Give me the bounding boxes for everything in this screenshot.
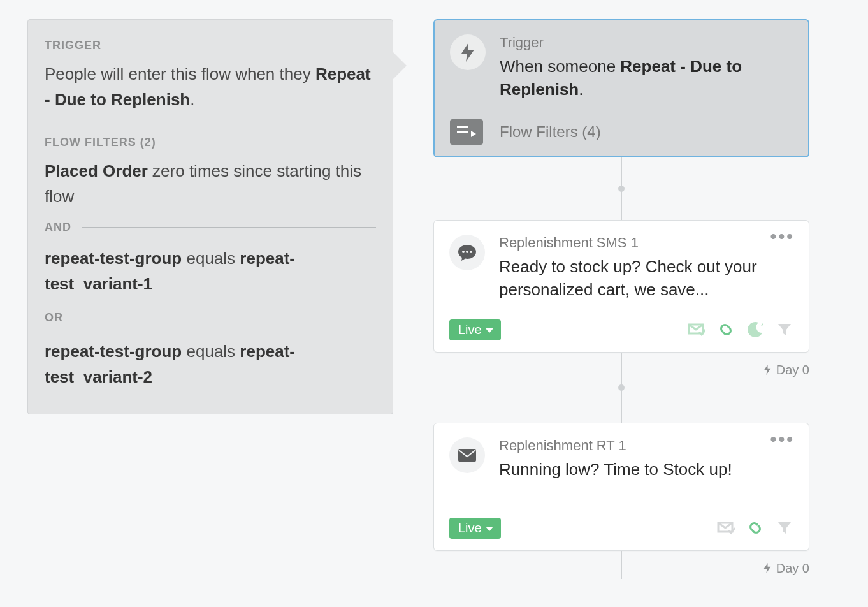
node-feature-icons: z	[688, 321, 793, 339]
trigger-desc-prefix: People will enter this flow when they	[45, 64, 315, 84]
filter2-field: repeat-test-group	[45, 249, 182, 268]
connector-line	[621, 157, 622, 220]
quiet-hours-icon: z	[746, 321, 764, 339]
filter1-bold: Placed Order	[45, 161, 148, 180]
day-text: Day 0	[776, 363, 809, 377]
filter-icon	[776, 519, 793, 537]
trigger-node-desc-prefix: When someone	[500, 57, 620, 76]
filter-condition-3: repeat-test-group equals repeat-test_var…	[45, 339, 376, 390]
connector-dot	[618, 384, 625, 391]
status-dropdown[interactable]: Live	[449, 518, 501, 539]
chevron-down-icon	[486, 328, 493, 333]
filter-icon	[776, 321, 793, 339]
operator-divider	[82, 227, 376, 228]
trigger-desc-suffix: .	[190, 90, 194, 109]
svg-rect-6	[458, 449, 476, 462]
node-feature-icons	[717, 519, 793, 537]
trigger-section-label: TRIGGER	[45, 39, 376, 52]
message-node-title: Replenishment RT 1	[499, 437, 793, 454]
trigger-node-desc-suffix: .	[579, 80, 583, 99]
day-label: Day 0	[762, 561, 809, 576]
svg-point-3	[466, 251, 468, 253]
flow-filters-icon[interactable]	[450, 119, 483, 145]
bolt-icon	[762, 365, 772, 375]
smart-send-icon	[717, 519, 735, 537]
operator-or-label: OR	[45, 311, 376, 325]
message-node-email[interactable]: ••• Replenishment RT 1 Running low? Time…	[433, 423, 809, 551]
smart-send-icon	[688, 321, 705, 339]
email-icon	[449, 437, 485, 473]
filter2-mid: equals	[182, 249, 240, 268]
status-dropdown[interactable]: Live	[449, 319, 501, 340]
svg-rect-0	[457, 126, 468, 128]
bolt-icon	[450, 34, 486, 70]
day-label: Day 0	[762, 363, 809, 377]
operator-and-row: AND	[45, 221, 376, 234]
sms-icon	[449, 235, 485, 270]
connector-dot	[618, 186, 625, 192]
utm-icon	[717, 321, 735, 339]
trigger-description: People will enter this flow when they Re…	[45, 61, 376, 113]
day-text: Day 0	[776, 561, 809, 576]
connector-line	[621, 353, 622, 423]
svg-point-2	[462, 251, 465, 253]
message-node-title: Replenishment SMS 1	[499, 235, 793, 251]
operator-and-label: AND	[45, 221, 71, 234]
trigger-detail-panel: TRIGGER People will enter this flow when…	[27, 19, 393, 414]
trigger-node-title: Trigger	[500, 34, 793, 51]
message-node-preview: Running low? Time to Stock up!	[499, 458, 793, 481]
trigger-node-desc: When someone Repeat - Due to Replenish.	[500, 55, 793, 101]
filter-condition-2: repeat-test-group equals repeat-test_var…	[45, 245, 376, 297]
node-more-menu[interactable]: •••	[770, 435, 795, 444]
message-node-preview: Ready to stock up? Check out your person…	[499, 255, 793, 302]
trigger-filters-count: Flow Filters (4)	[500, 123, 601, 141]
svg-rect-1	[457, 131, 468, 133]
status-label: Live	[458, 521, 482, 536]
svg-text:z: z	[761, 321, 763, 328]
connector-line	[621, 551, 622, 579]
utm-icon	[746, 519, 764, 537]
filter-condition-1: Placed Order zero times since starting t…	[45, 158, 376, 210]
filter3-field: repeat-test-group	[45, 342, 182, 361]
svg-point-4	[470, 251, 472, 253]
flow-canvas: Trigger When someone Repeat - Due to Rep…	[433, 19, 809, 579]
node-more-menu[interactable]: •••	[770, 232, 795, 241]
bolt-icon	[762, 563, 772, 573]
flow-filters-label: FLOW FILTERS (2)	[45, 136, 376, 149]
trigger-node[interactable]: Trigger When someone Repeat - Due to Rep…	[433, 19, 809, 157]
message-node-sms[interactable]: ••• Replenishment SMS 1 Ready to stock u…	[433, 220, 809, 353]
status-label: Live	[458, 323, 482, 337]
filter3-mid: equals	[182, 342, 240, 361]
chevron-down-icon	[486, 527, 493, 531]
